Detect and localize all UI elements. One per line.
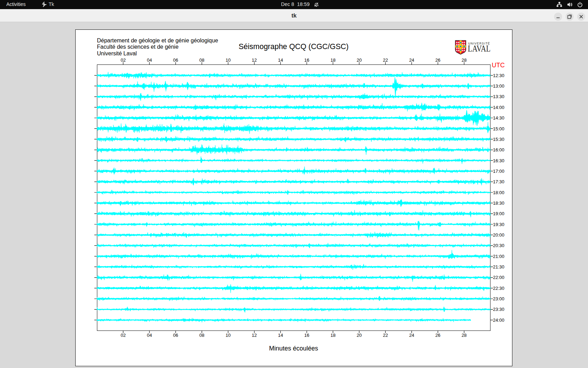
svg-text:14:00: 14:00 (493, 105, 505, 110)
svg-text:22:00: 22:00 (493, 275, 505, 280)
svg-text:Séismographe QCQ (CGC/GSC): Séismographe QCQ (CGC/GSC) (239, 42, 349, 51)
svg-text:28: 28 (462, 57, 467, 63)
svg-text:08: 08 (199, 57, 204, 63)
svg-text:04: 04 (147, 333, 152, 338)
svg-text:20:00: 20:00 (493, 232, 505, 238)
svg-text:08: 08 (199, 333, 204, 338)
svg-text:22: 22 (383, 57, 388, 63)
svg-text:04: 04 (147, 57, 152, 63)
svg-text:10: 10 (225, 57, 230, 63)
svg-text:18:00: 18:00 (493, 190, 505, 195)
svg-text:19:00: 19:00 (493, 211, 505, 216)
svg-text:17:30: 17:30 (493, 179, 505, 184)
svg-text:16: 16 (304, 333, 309, 338)
svg-text:12:30: 12:30 (493, 73, 505, 78)
svg-text:23:00: 23:00 (493, 296, 505, 301)
svg-text:18: 18 (330, 57, 335, 63)
svg-text:13:00: 13:00 (493, 83, 505, 89)
svg-text:14: 14 (278, 57, 283, 63)
svg-text:20:30: 20:30 (493, 243, 505, 248)
svg-text:UTC: UTC (492, 62, 505, 69)
svg-text:26: 26 (435, 57, 440, 63)
svg-text:22:30: 22:30 (493, 286, 505, 291)
svg-text:24:00: 24:00 (493, 318, 505, 323)
svg-text:02: 02 (121, 57, 126, 63)
svg-text:24: 24 (409, 57, 414, 63)
svg-text:18: 18 (330, 333, 335, 338)
svg-text:21:30: 21:30 (493, 264, 505, 270)
svg-text:10: 10 (225, 333, 230, 338)
svg-text:Faculté des sciences et de gén: Faculté des sciences et de génie (97, 44, 178, 50)
svg-text:Université Laval: Université Laval (97, 50, 137, 56)
svg-text:06: 06 (173, 57, 178, 63)
svg-text:02: 02 (121, 333, 126, 338)
svg-text:14:30: 14:30 (493, 115, 505, 121)
svg-text:19:30: 19:30 (493, 222, 505, 227)
svg-text:23:30: 23:30 (493, 307, 505, 312)
svg-text:16: 16 (304, 57, 309, 63)
svg-text:16:30: 16:30 (493, 158, 505, 163)
svg-text:14: 14 (278, 333, 283, 338)
svg-text:20: 20 (357, 333, 362, 338)
svg-text:Minutes écoulées: Minutes écoulées (269, 345, 318, 352)
svg-text:06: 06 (173, 333, 178, 338)
svg-text:LAVAL: LAVAL (468, 43, 491, 54)
svg-text:20: 20 (357, 57, 362, 63)
svg-text:26: 26 (435, 333, 440, 338)
svg-text:Département de géologie et de: Département de géologie et de génie géol… (97, 38, 218, 43)
svg-text:12: 12 (252, 57, 257, 63)
svg-text:16:00: 16:00 (493, 147, 505, 152)
svg-text:21:00: 21:00 (493, 254, 505, 259)
svg-text:24: 24 (409, 333, 414, 338)
svg-text:12: 12 (252, 333, 257, 338)
svg-text:15:30: 15:30 (493, 137, 505, 142)
svg-text:17:00: 17:00 (493, 169, 505, 174)
svg-text:28: 28 (462, 333, 467, 338)
svg-text:18:30: 18:30 (493, 200, 505, 206)
svg-text:15:00: 15:00 (493, 126, 505, 131)
svg-text:22: 22 (383, 333, 388, 338)
svg-text:13:30: 13:30 (493, 94, 505, 99)
